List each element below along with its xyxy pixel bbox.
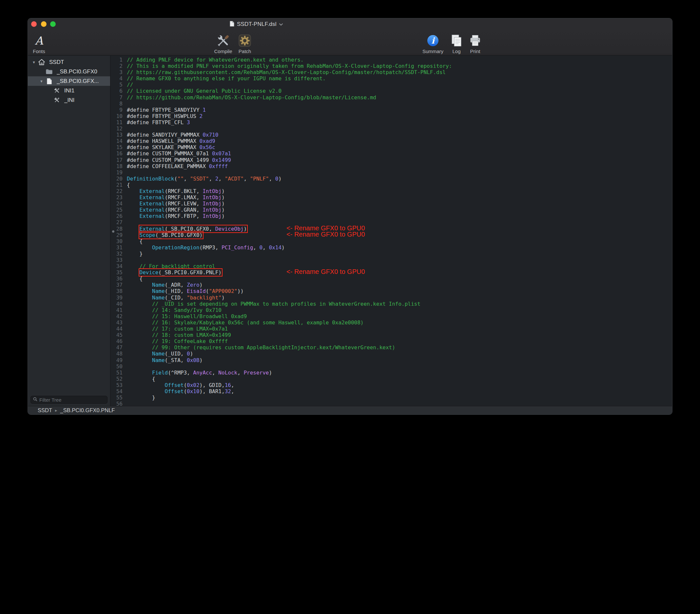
code-line[interactable]: 36 { — [111, 276, 672, 282]
code-line[interactable]: 43 // 16: Skylake/KabyLake 0x56c (and so… — [111, 319, 672, 326]
code-line[interactable]: 23 External(RMCF.LMAX, IntObj) — [111, 194, 672, 201]
line-number: 19 — [111, 170, 123, 176]
compile-tools-icon — [216, 33, 231, 49]
close-button[interactable] — [31, 21, 37, 27]
code-content: Offset(0x10), BAR1,32, — [123, 388, 234, 394]
sidebar-item-sb-pci0-gfx[interactable]: ▼_SB.PCI0.GFX... — [28, 76, 110, 86]
code-editor[interactable]: 1// Adding PNLF device for WhateverGreen… — [111, 56, 672, 406]
line-number: 11 — [111, 119, 123, 125]
toolbar-button-summary[interactable]: i Summary — [422, 32, 443, 54]
code-content: External(RMCF.LMAX, IntObj) — [123, 194, 225, 201]
sidebar-item-ini[interactable]: _INI — [28, 95, 110, 105]
code-content: External(RMCF.FBTP, IntObj) — [123, 213, 225, 219]
code-line[interactable]: 52 { — [111, 376, 672, 382]
rename-annotation: <- Rename GFX0 to GPU0 — [286, 225, 365, 231]
filter-input[interactable] — [39, 397, 105, 403]
minimize-button[interactable] — [41, 21, 47, 27]
code-line[interactable]: 17#define CUSTOM_PWMMAX_1499 0x1499 — [111, 157, 672, 163]
code-line[interactable]: 12 — [111, 125, 672, 132]
code-line[interactable]: 35 Device(_SB.PCI0.GFX0.PNLF)<- Rename G… — [111, 269, 672, 276]
code-line[interactable]: 32 } — [111, 251, 672, 257]
code-line[interactable]: 21{ — [111, 182, 672, 188]
rename-highlight-box: Device(_SB.PCI0.GFX0.PNLF) — [140, 269, 222, 276]
line-number: 31 — [111, 245, 123, 251]
code-content: // https://github.com/RehabMan/OS-X-Clov… — [123, 95, 376, 101]
code-line[interactable]: 9#define FBTYPE_SANDYIVY 1 — [111, 107, 672, 113]
window-title-group[interactable]: SSDT-PNLF.dsl — [229, 18, 283, 30]
disclosure-triangle-icon[interactable]: ▼ — [38, 79, 45, 83]
code-line[interactable]: 11#define FBTYPE_CFL 3 — [111, 119, 672, 125]
code-line[interactable]: 10#define FBTYPE_HSWPLUS 2 — [111, 113, 672, 119]
code-line[interactable]: 33 — [111, 257, 672, 263]
code-line[interactable]: 24 External(RMCF.LEVW, IntObj) — [111, 201, 672, 207]
code-line[interactable]: 45 // 18: custom LMAX=0x1499 — [111, 332, 672, 338]
line-number: 15 — [111, 144, 123, 150]
filter-field[interactable] — [30, 396, 108, 404]
document-proxy-icon[interactable] — [229, 21, 235, 28]
breadcrumb-node[interactable]: _SB.PCI0.GFX0.PNLF — [60, 407, 115, 413]
line-number: 18 — [111, 163, 123, 170]
code-line[interactable]: 51 Field(^RMP3, AnyAcc, NoLock, Preserve… — [111, 369, 672, 376]
sidebar-item-ini1[interactable]: INI1 — [28, 86, 110, 95]
code-line[interactable]: 19 — [111, 170, 672, 176]
chevron-down-icon[interactable] — [279, 21, 283, 27]
code-line[interactable]: 30 { — [111, 238, 672, 245]
code-line[interactable]: 37 Name(_ADR, Zero) — [111, 282, 672, 288]
code-lines: 1// Adding PNLF device for WhateverGreen… — [111, 57, 672, 406]
code-line[interactable]: 3// https://raw.githubusercontent.com/Re… — [111, 69, 672, 75]
code-line[interactable]: 22 External(RMCF.BKLT, IntObj) — [111, 188, 672, 194]
code-line[interactable]: 14#define HASWELL_PWMMAX 0xad9 — [111, 138, 672, 144]
code-content: #define FBTYPE_HSWPLUS 2 — [123, 113, 202, 119]
code-line[interactable]: 18#define COFFEELAKE_PWMMAX 0xffff — [111, 163, 672, 170]
title-bar[interactable]: SSDT-PNLF.dsl — [28, 18, 672, 30]
code-line[interactable]: 2// This is a modified PNLF version orig… — [111, 63, 672, 69]
code-line[interactable]: 4// Rename GFX0 to anything else if your… — [111, 75, 672, 82]
code-content: // 18: custom LMAX=0x1499 — [123, 332, 231, 338]
code-line[interactable]: 49 Name(_STA, 0x0B) — [111, 357, 672, 363]
code-line[interactable]: 50 — [111, 363, 672, 369]
code-line[interactable]: 47 // 99: Other (requires custom AppleBa… — [111, 344, 672, 351]
code-line[interactable]: 13#define SANDYIVY_PWMMAX 0x710 — [111, 132, 672, 138]
code-line[interactable]: 34 // For backlight control — [111, 263, 672, 269]
search-icon — [33, 397, 37, 403]
code-line[interactable]: 46 // 19: CoffeeLake 0xffff — [111, 338, 672, 344]
disclosure-triangle-icon[interactable]: ▼ — [30, 60, 37, 64]
code-line[interactable]: 6// Licensed under GNU General Public Li… — [111, 88, 672, 94]
line-number: 36 — [111, 276, 123, 282]
code-line[interactable]: 25 External(RMCF.GRAN, IntObj) — [111, 207, 672, 213]
code-line[interactable]: 53 Offset(0x02), GDID,16, — [111, 382, 672, 388]
code-line[interactable]: 7// https://github.com/RehabMan/OS-X-Clo… — [111, 95, 672, 101]
sidebar-item-sb-pci0-gfx0[interactable]: _SB.PCI0.GFX0 — [28, 67, 110, 76]
code-line[interactable]: 40 // _UID is set depending on PWMMax to… — [111, 301, 672, 307]
code-line[interactable]: 27 — [111, 219, 672, 225]
breadcrumb-root[interactable]: SSDT — [38, 407, 52, 413]
code-line[interactable]: 55 } — [111, 394, 672, 401]
code-line[interactable]: 31 OperationRegion(RMP3, PCI_Config, 0, … — [111, 245, 672, 251]
code-line[interactable]: 38 Name(_HID, EisaId("APP0002")) — [111, 288, 672, 294]
zoom-button[interactable] — [50, 21, 56, 27]
toolbar-button-fonts[interactable]: A Fonts — [33, 32, 45, 54]
code-line[interactable]: 16#define CUSTOM_PWMMAX_07a1 0x07a1 — [111, 150, 672, 156]
code-line[interactable]: 5// — [111, 82, 672, 88]
sidebar-item-ssdt[interactable]: ▼SSDT — [28, 57, 110, 67]
code-line[interactable]: 26 External(RMCF.FBTP, IntObj) — [111, 213, 672, 219]
code-line[interactable]: 1// Adding PNLF device for WhateverGreen… — [111, 57, 672, 63]
code-content: // 14: Sandy/Ivy 0x710 — [123, 307, 222, 313]
code-line[interactable]: 15#define SKYLAKE_PWMMAX 0x56c — [111, 144, 672, 150]
code-line[interactable]: 28 External(_SB.PCI0.GFX0, DeviceObj)<- … — [111, 226, 672, 232]
code-line[interactable]: 48 Name(_UID, 0) — [111, 351, 672, 357]
toolbar-button-log[interactable]: Log — [450, 32, 463, 54]
code-line[interactable]: 42 // 15: Haswell/Broadwell 0xad9 — [111, 313, 672, 319]
code-line[interactable]: 54 Offset(0x10), BAR1,32, — [111, 388, 672, 394]
toolbar-button-print[interactable]: Print — [468, 32, 482, 54]
code-line[interactable]: 56 — [111, 401, 672, 406]
toolbar-button-patch[interactable]: Patch — [238, 32, 252, 54]
code-line[interactable]: 41 // 14: Sandy/Ivy 0x710 — [111, 307, 672, 313]
code-line[interactable]: 39 Name(_CID, "backlight") — [111, 295, 672, 301]
code-line[interactable]: 20DefinitionBlock("", "SSDT", 2, "ACDT",… — [111, 176, 672, 182]
toolbar-button-compile[interactable]: Compile — [214, 32, 232, 54]
code-line[interactable]: 44 // 17: custom LMAX=0x7a1 — [111, 326, 672, 332]
code-line[interactable]: 29 Scope(_SB.PCI0.GFX0)<- Rename GFX0 to… — [111, 232, 672, 238]
code-line[interactable]: 8 — [111, 101, 672, 107]
sidebar-item-label: _SB.PCI0.GFX... — [57, 78, 99, 85]
